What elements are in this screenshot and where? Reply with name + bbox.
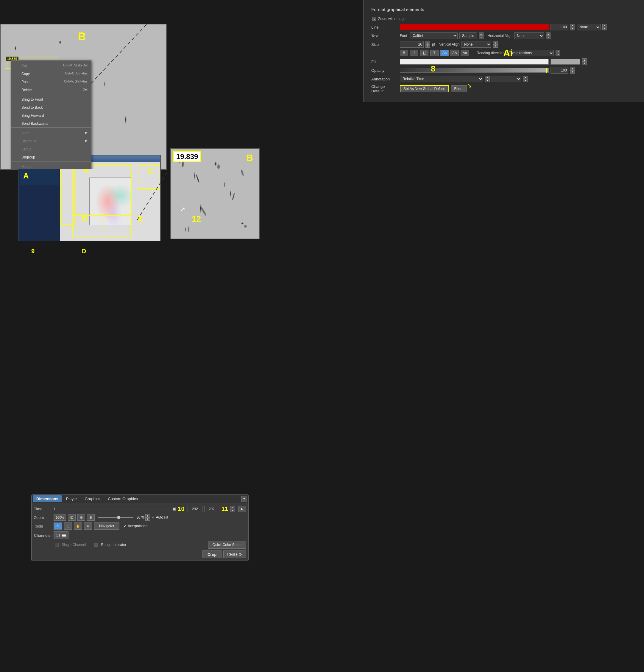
line-width-input[interactable] — [550, 24, 568, 31]
line-spin-buttons[interactable]: ▲ ▼ — [570, 24, 575, 31]
annotation-right-spin-up[interactable]: ▲ — [523, 76, 528, 79]
zoom-slider[interactable] — [98, 514, 133, 520]
line-dropdown-spin-up[interactable]: ▲ — [602, 24, 607, 27]
bold-button[interactable]: B — [400, 50, 408, 56]
line-spin-up[interactable]: ▲ — [570, 24, 575, 27]
zoom-with-image-checkbox[interactable] — [373, 17, 376, 21]
line-dropdown-spin[interactable]: ▲ ▼ — [602, 24, 607, 31]
opacity-input[interactable] — [550, 67, 568, 74]
strikethrough-button[interactable]: T — [430, 50, 439, 56]
halign-spin-down[interactable]: ▼ — [546, 36, 550, 39]
size-spin-up[interactable]: ▲ — [425, 41, 430, 44]
crop-button[interactable]: Crop — [203, 551, 221, 558]
time-spin-down[interactable]: ▼ — [230, 509, 235, 512]
fill-color-bar[interactable] — [400, 59, 549, 65]
context-menu-ungroup[interactable]: Ungroup — [11, 153, 91, 160]
reuse-button[interactable]: Reuse ⟳ — [223, 551, 246, 558]
time-spin-up[interactable]: ▲ — [230, 506, 235, 509]
halign-spin-up[interactable]: ▲ — [546, 33, 550, 36]
context-menu-send-back[interactable]: Send to Back — [11, 103, 91, 111]
tab-custom-graphics[interactable]: Custom Graphics — [105, 495, 142, 502]
font-dropdown[interactable]: Calibri — [410, 33, 458, 39]
size-input[interactable] — [400, 41, 424, 48]
time-spin[interactable]: ▲ ▼ — [230, 506, 235, 512]
zoom-fit-button[interactable]: ⊡ — [68, 514, 76, 521]
zoom-spin[interactable]: ▲ ▼ — [145, 514, 150, 521]
context-menu-cut[interactable]: Cut Ctrl+X, Shift+Del — [11, 61, 91, 69]
time-end-input[interactable] — [187, 506, 203, 512]
line-color-bar[interactable] — [400, 24, 549, 30]
tab-player[interactable]: Player — [62, 495, 81, 502]
line-none-dropdown[interactable]: None — [577, 24, 600, 31]
annotation-spin[interactable]: ▲ ▼ — [485, 76, 490, 82]
fill-spin-up[interactable]: ▲ — [582, 58, 587, 62]
zoom-percent-button[interactable]: 100% — [53, 514, 66, 521]
line-dropdown-spin-down[interactable]: ▼ — [602, 27, 607, 31]
context-menu-bring-front[interactable]: Bring to Front — [11, 95, 91, 103]
tool-pencil-button[interactable]: ✏ — [84, 523, 92, 530]
valign-spin-down[interactable]: ▼ — [493, 44, 498, 48]
font-size-medium-button[interactable]: Aa — [461, 50, 469, 56]
reading-direction-spin-up[interactable]: ▲ — [556, 50, 560, 53]
context-menu-group[interactable]: Group — [11, 144, 91, 153]
line-spin-down[interactable]: ▼ — [570, 27, 575, 31]
sample-spin-down[interactable]: ▼ — [479, 36, 484, 39]
annotation-right-spin[interactable]: ▲ ▼ — [523, 76, 528, 82]
zoom-spin-down[interactable]: ▼ — [145, 517, 150, 521]
zoom-slider-thumb[interactable] — [117, 516, 120, 519]
play-button[interactable]: ▶ — [238, 506, 246, 512]
opacity-slider-thumb[interactable] — [546, 68, 547, 73]
opacity-spin[interactable]: ▲ ▼ — [570, 67, 575, 74]
zoom-plus-button[interactable]: ⊕ — [87, 514, 95, 521]
opacity-slider[interactable] — [400, 68, 549, 73]
fill-spin[interactable]: ▲ ▼ — [582, 58, 587, 65]
context-menu-bring-forward[interactable]: Bring Forward — [11, 111, 91, 119]
reading-direction-spin[interactable]: ▲ ▼ — [556, 50, 560, 56]
size-spin[interactable]: ▲ ▼ — [425, 41, 430, 48]
font-size-large-button[interactable]: AA — [450, 50, 459, 56]
single-channel-checkbox[interactable] — [55, 543, 59, 547]
annotation-right-spin-down[interactable]: ▼ — [523, 79, 528, 82]
annotation-spin-down[interactable]: ▼ — [485, 79, 490, 82]
valign-spin[interactable]: ▲ ▼ — [493, 41, 498, 48]
zoom-minus-button[interactable]: ⊖ — [77, 514, 85, 521]
valign-spin-up[interactable]: ▲ — [493, 41, 498, 44]
vertical-align-dropdown[interactable]: None — [461, 41, 491, 48]
sample-button[interactable]: Sample — [459, 33, 477, 39]
horizontal-align-dropdown[interactable]: None — [514, 33, 544, 39]
context-menu-align[interactable]: Align ▶ — [11, 128, 91, 136]
fill-spin-down[interactable]: ▼ — [582, 62, 587, 65]
context-menu-delete[interactable]: Delete Del — [11, 85, 91, 93]
halign-spin[interactable]: ▲ ▼ — [546, 33, 550, 39]
reading-direction-dropdown[interactable]: Two directions — [506, 50, 554, 56]
font-size-small-button[interactable]: Aa — [440, 50, 449, 56]
time-slider-thumb[interactable] — [173, 507, 176, 511]
annotation-right-dropdown[interactable] — [491, 76, 521, 82]
reset-button[interactable]: Reset — [451, 85, 466, 92]
range-indicator-checkbox[interactable] — [94, 543, 98, 547]
navigator-button[interactable]: Navigator — [94, 523, 119, 530]
quick-color-setup-button[interactable]: Quick Color Setup — [208, 541, 246, 549]
opacity-spin-down[interactable]: ▼ — [570, 70, 575, 74]
fill-color-secondary[interactable] — [550, 59, 580, 65]
set-default-button[interactable]: Set As New Global Default — [400, 85, 449, 92]
tool-select-button[interactable]: ⬚ — [64, 523, 72, 530]
opacity-spin-up[interactable]: ▲ — [570, 67, 575, 70]
tool-pan-button[interactable]: ✋ — [74, 523, 82, 530]
zoom-spin-up[interactable]: ▲ — [145, 514, 150, 517]
context-menu-merge[interactable]: Merge — [11, 162, 91, 170]
sample-spin-up[interactable]: ▲ — [479, 33, 484, 36]
sample-spin[interactable]: ▲ ▼ — [479, 33, 484, 39]
annotation-dropdown[interactable]: Relative Time — [400, 76, 483, 82]
context-menu-copy[interactable]: Copy Ctrl+C, Ctrl+Ins — [11, 69, 91, 77]
context-menu-paste[interactable]: Paste Ctrl+V, Shift+Ins — [11, 77, 91, 85]
italic-button[interactable]: I — [410, 50, 418, 56]
context-menu-send-backwards[interactable]: Send Backwards — [11, 119, 91, 127]
size-spin-down[interactable]: ▼ — [425, 44, 430, 48]
tab-graphics[interactable]: Graphics — [81, 495, 104, 502]
tool-arrow-button[interactable]: ↖ — [53, 523, 62, 530]
underline-button[interactable]: U — [420, 50, 428, 56]
tab-dimensions[interactable]: Dimensions — [33, 495, 62, 502]
time-slider-container[interactable] — [59, 506, 176, 512]
context-menu-distribute[interactable]: Distribute ▶ — [11, 136, 91, 144]
